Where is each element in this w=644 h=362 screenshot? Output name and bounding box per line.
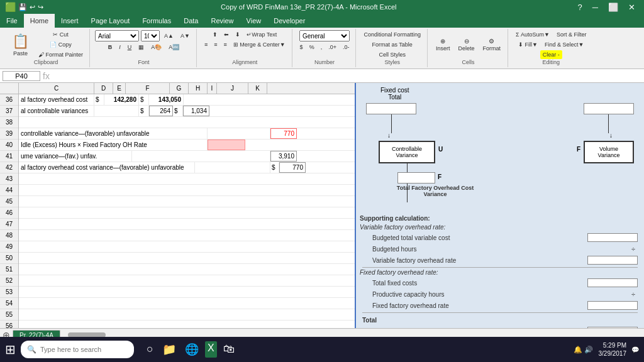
search-input[interactable] — [40, 346, 116, 353]
underline-button[interactable]: U — [125, 43, 135, 52]
paste-button[interactable]: 📋 Paste — [6, 31, 35, 58]
start-button[interactable]: ⊞ — [5, 342, 16, 357]
percent-button[interactable]: % — [307, 43, 317, 52]
font-family-select[interactable]: Arial — [95, 30, 139, 41]
notifications-icon[interactable]: 💬 — [631, 346, 639, 353]
cell-C36[interactable]: al factory overhead cost — [19, 94, 94, 105]
row-num-56: 56 — [0, 321, 18, 328]
format-as-table-button[interactable]: Format as Table — [370, 40, 415, 49]
wrap-text-button[interactable]: ↵Wrap Text — [244, 30, 279, 39]
align-right-button[interactable]: ≡ — [221, 40, 229, 49]
cell-F36-val[interactable]: 143,050 — [149, 94, 184, 105]
taskbar-icon-edge[interactable]: 🌐 — [182, 341, 201, 358]
tab-view[interactable]: View — [240, 14, 268, 28]
align-bottom-button[interactable]: ⬇ — [233, 30, 243, 39]
diagram-panel: Fixed cost Total ↓ ↓ Controllable Varian… — [355, 83, 644, 328]
quick-access-save[interactable]: 💾 — [18, 3, 27, 11]
font-shrink-button[interactable]: A▼ — [178, 31, 192, 40]
fill-button[interactable]: ⬇ Fill▼ — [516, 40, 540, 49]
merge-center-button[interactable]: ⊞ Merge & Center▼ — [231, 40, 288, 49]
taskbar-icon-files[interactable]: 📁 — [160, 341, 179, 358]
cell-C41[interactable]: ume variance—(fav.) unfav. — [19, 151, 132, 162]
decrease-decimal-button[interactable]: .0- — [340, 43, 352, 52]
align-top-button[interactable]: ⬆ — [210, 30, 220, 39]
cell-rest-36 — [184, 94, 355, 105]
font-grow-button[interactable]: A▲ — [162, 31, 176, 40]
cell-J37-val[interactable]: 1,034 — [183, 106, 209, 116]
find-select-button[interactable]: Find & Select▼ — [542, 40, 586, 49]
currency-button[interactable]: $ — [297, 43, 306, 52]
tab-review[interactable]: Review — [204, 14, 240, 28]
cell-I42-dollar[interactable]: $ — [270, 162, 279, 173]
align-center-button[interactable]: ≡ — [211, 40, 219, 49]
cell-J41[interactable]: 3,910 — [270, 151, 297, 162]
font-label: Font — [138, 59, 149, 66]
cell-D36-val[interactable]: 142,280 — [104, 94, 139, 105]
table-row: ume variance—(fav.) unfav. 3,910 — [19, 151, 355, 162]
tab-page-layout[interactable]: Page Layout — [85, 14, 136, 28]
autosum-button[interactable]: Σ AutoSum▼ — [513, 30, 552, 39]
cell-rest-39 — [297, 128, 355, 139]
tab-file[interactable]: File — [0, 14, 24, 28]
fill-color-button[interactable]: A🎨 — [148, 43, 164, 52]
total-label2: Total — [362, 317, 377, 324]
help-button[interactable]: ? — [574, 3, 586, 12]
cell-J42[interactable]: 770 — [279, 162, 306, 173]
close-button[interactable]: ✕ — [625, 3, 639, 12]
sort-filter-button[interactable]: Sort & Filter — [554, 30, 589, 39]
cut-button[interactable]: ✂ Cut — [36, 30, 86, 39]
italic-button[interactable]: I — [116, 43, 123, 52]
align-left-button[interactable]: ≡ — [202, 40, 210, 49]
cell-J39[interactable]: 770 — [270, 128, 297, 139]
cell-G37-dollar[interactable]: $ — [139, 106, 149, 116]
cell-C40[interactable]: Idle (Excess) Hours × Fixed Factory OH R… — [19, 140, 208, 150]
format-button[interactable]: ⚙ Format — [480, 36, 504, 53]
number-buttons: $ % , .0+ .0- — [297, 43, 352, 52]
formula-bar: fx — [0, 69, 644, 83]
bold-button[interactable]: B — [106, 43, 115, 52]
tab-formulas[interactable]: Formulas — [136, 14, 177, 28]
restore-button[interactable]: ⬜ — [604, 3, 622, 12]
formula-divider: fx — [43, 71, 50, 81]
taskbar-icon-cortana[interactable]: ○ — [144, 341, 156, 358]
minimize-button[interactable]: ─ — [589, 3, 602, 12]
tab-insert[interactable]: Insert — [55, 14, 85, 28]
quick-access-redo[interactable]: ↪ — [38, 3, 43, 11]
format-painter-button[interactable]: 🖌 Format Painter — [36, 50, 86, 59]
cell-C39[interactable]: controllable variance—(favorable) unfavo… — [19, 128, 208, 139]
main-area: C D E F G H I J K 36 37 38 39 40 41 42 4… — [0, 83, 644, 328]
formula-input[interactable] — [52, 72, 641, 80]
support-divider2 — [362, 312, 638, 313]
comma-button[interactable]: , — [318, 43, 325, 52]
copy-button[interactable]: 📄 Copy — [36, 40, 86, 49]
tab-developer[interactable]: Developer — [267, 14, 311, 28]
actual-hours-right: × — [581, 327, 638, 328]
increase-decimal-button[interactable]: .0+ — [326, 43, 339, 52]
insert-button[interactable]: ⊕ Insert — [433, 36, 453, 53]
cell-C37[interactable]: al controllable variances — [19, 106, 94, 116]
cell-H37-val[interactable]: 264 — [149, 106, 173, 116]
taskbar-icon-store[interactable]: 🛍 — [221, 341, 237, 358]
cell-C42[interactable]: al factory overhead cost variance—(favor… — [19, 162, 195, 173]
cell-I37-dollar[interactable]: $ — [173, 106, 183, 116]
cell-D36-dollar[interactable]: $ — [94, 94, 104, 105]
align-middle-button[interactable]: ⬅ — [221, 30, 231, 39]
font-color-button[interactable]: A🔤 — [166, 43, 182, 52]
cell-F36-dollar[interactable]: $ — [139, 94, 149, 105]
conditional-formatting-button[interactable]: Conditional Formatting — [361, 30, 423, 39]
name-box[interactable] — [3, 71, 40, 81]
row-num-40: 40 — [0, 140, 18, 151]
clear-button[interactable]: Clear - — [540, 50, 562, 59]
tab-data[interactable]: Data — [177, 14, 204, 28]
font-size-select[interactable]: 10 — [141, 30, 160, 41]
budgeted-total-box — [587, 233, 638, 242]
number-format-select[interactable]: General — [299, 30, 350, 41]
ribbon-content: 📋 Paste ✂ Cut 📄 Copy 🖌 Format Painter Cl… — [0, 28, 644, 69]
tab-home[interactable]: Home — [24, 14, 55, 28]
quick-access-undo[interactable]: ↩ — [30, 3, 35, 11]
cell-styles-button[interactable]: Cell Styles — [376, 50, 408, 59]
styles-label: Styles — [384, 59, 400, 66]
delete-button[interactable]: ⊖ Delete — [455, 36, 478, 53]
border-button[interactable]: ▦ — [136, 43, 147, 52]
taskbar-icon-excel[interactable]: X — [205, 341, 217, 358]
